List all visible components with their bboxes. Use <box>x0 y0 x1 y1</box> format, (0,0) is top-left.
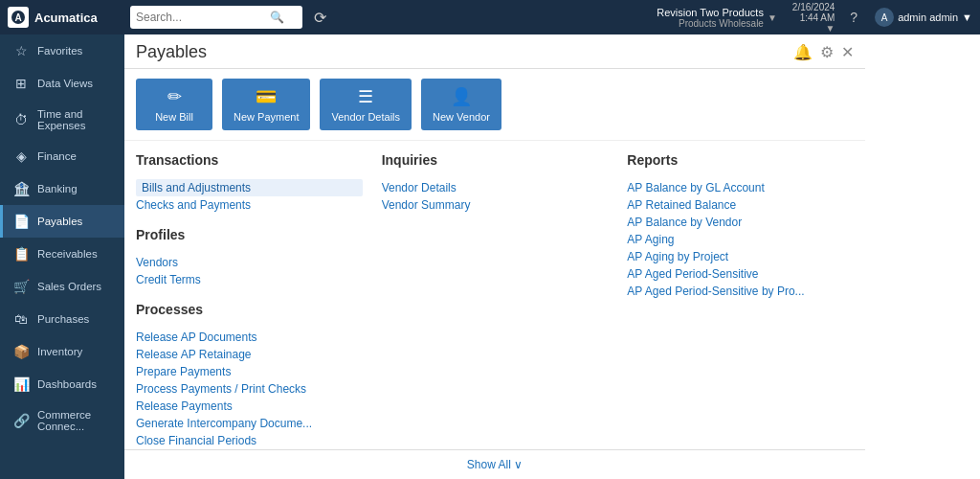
close-icon[interactable]: ✕ <box>841 43 854 61</box>
link-ap-balance-gl[interactable]: AP Balance by GL Account <box>627 179 854 196</box>
processes-section: Processes Release AP Documents Release A… <box>136 302 363 449</box>
topbar: A Acumatica 🔍 ⟳ Revision Two Products Pr… <box>0 0 980 34</box>
admin-area: A admin admin ▼ <box>875 8 972 27</box>
link-ap-aged-sensitive[interactable]: AP Aged Period-Sensitive <box>627 265 854 283</box>
settings-icon[interactable]: ⚙ <box>820 43 834 61</box>
topbar-icons: ? A admin admin ▼ <box>850 8 972 27</box>
sidebar-label-commerce: Commerce Connec... <box>37 409 115 432</box>
link-close-periods[interactable]: Close Financial Periods <box>136 432 363 449</box>
sidebar-item-payables[interactable]: 📄 Payables <box>0 205 124 238</box>
popup-header: Payables 🔔 ⚙ ✕ <box>124 34 865 69</box>
topbar-date: 2/16/2024 1:44 AM ▼ <box>792 2 835 34</box>
sidebar-label-favorites: Favorites <box>37 45 82 57</box>
search-input[interactable] <box>136 11 270 24</box>
topbar-info: Revision Two Products Products Wholesale… <box>657 7 777 29</box>
sidebar-item-purchases[interactable]: 🛍 Purchases <box>0 303 124 335</box>
sidebar-label-receivables: Receivables <box>37 248 98 260</box>
link-credit-terms[interactable]: Credit Terms <box>136 271 363 288</box>
data-views-icon: ⊞ <box>12 76 30 91</box>
sidebar-item-favorites[interactable]: ☆ Favorites <box>0 34 124 67</box>
sidebar-item-sales-orders[interactable]: 🛒 Sales Orders <box>0 270 124 303</box>
link-vendor-summary[interactable]: Vendor Summary <box>382 196 609 214</box>
menu-content: Transactions Bills and Adjustments Check… <box>124 141 865 449</box>
inquiries-title: Inquiries <box>382 152 609 171</box>
processes-title: Processes <box>136 302 363 321</box>
new-payment-button[interactable]: 💳 New Payment <box>222 79 310 130</box>
payables-icon: 📄 <box>12 214 30 229</box>
sidebar-item-inventory[interactable]: 📦 Inventory <box>0 335 124 368</box>
sidebar-item-dashboards[interactable]: 📊 Dashboards <box>0 368 124 400</box>
main-content: Payables 🔔 ⚙ ✕ ✏ New Bill 💳 New <box>124 34 980 479</box>
vendor-details-label: Vendor Details <box>331 111 400 123</box>
sidebar-item-commerce[interactable]: 🔗 Commerce Connec... <box>0 400 124 441</box>
history-button[interactable]: ⟳ <box>310 9 330 27</box>
popup-controls: 🔔 ⚙ ✕ <box>793 43 854 61</box>
search-box[interactable]: 🔍 <box>130 6 302 29</box>
sidebar-item-banking[interactable]: 🏦 Banking <box>0 172 124 205</box>
bell-icon[interactable]: 🔔 <box>793 43 813 61</box>
sidebar-label-payables: Payables <box>37 216 82 227</box>
admin-avatar: A <box>875 8 894 27</box>
admin-label: admin admin <box>898 11 958 23</box>
popup-overlay: Payables 🔔 ⚙ ✕ ✏ New Bill 💳 New <box>124 34 980 479</box>
sidebar-item-time-expenses[interactable]: ⏱ Time and Expenses <box>0 100 124 140</box>
favorites-icon: ☆ <box>12 43 30 58</box>
revision-dropdown[interactable]: ▼ <box>768 12 777 23</box>
link-vendor-details-inq[interactable]: Vendor Details <box>382 179 609 196</box>
link-ap-retained[interactable]: AP Retained Balance <box>627 196 854 214</box>
sidebar-label-time-expenses: Time and Expenses <box>37 108 115 131</box>
link-ap-aging[interactable]: AP Aging <box>627 231 854 248</box>
show-all-bar[interactable]: Show All ∨ <box>124 449 865 479</box>
app-body: ☆ Favorites ⊞ Data Views ⏱ Time and Expe… <box>0 34 980 479</box>
new-payment-label: New Payment <box>234 111 299 123</box>
transactions-title: Transactions <box>136 152 363 171</box>
sidebar-item-data-views[interactable]: ⊞ Data Views <box>0 67 124 100</box>
link-bills-adjustments[interactable]: Bills and Adjustments <box>136 179 363 196</box>
inventory-icon: 📦 <box>12 344 30 359</box>
popup-title: Payables <box>136 42 207 62</box>
link-checks-payments[interactable]: Checks and Payments <box>136 196 363 214</box>
receivables-icon: 📋 <box>12 246 30 262</box>
new-vendor-icon: 👤 <box>451 86 472 107</box>
reports-section: Reports AP Balance by GL Account AP Reta… <box>627 152 854 300</box>
quick-actions: ✏ New Bill 💳 New Payment ☰ Vendor Detail… <box>124 69 865 141</box>
link-release-payments[interactable]: Release Payments <box>136 398 363 415</box>
col-inquiries: Inquiries Vendor Details Vendor Summary <box>382 152 609 438</box>
link-ap-aging-project[interactable]: AP Aging by Project <box>627 248 854 265</box>
time-label: 1:44 AM <box>800 12 835 23</box>
link-ap-balance-vendor[interactable]: AP Balance by Vendor <box>627 214 854 231</box>
date-label: 2/16/2024 <box>792 2 835 12</box>
sidebar-label-inventory: Inventory <box>37 346 82 357</box>
date-dropdown[interactable]: ▼ <box>825 23 835 34</box>
new-vendor-button[interactable]: 👤 New Vendor <box>421 79 501 130</box>
link-process-payments[interactable]: Process Payments / Print Checks <box>136 380 363 398</box>
new-vendor-label: New Vendor <box>433 111 490 123</box>
new-payment-icon: 💳 <box>256 86 277 107</box>
sidebar-label-purchases: Purchases <box>37 313 89 325</box>
purchases-icon: 🛍 <box>12 311 30 327</box>
link-ap-aged-sensitive-pro[interactable]: AP Aged Period-Sensitive by Pro... <box>627 283 854 300</box>
svg-text:A: A <box>14 12 21 23</box>
sidebar: ☆ Favorites ⊞ Data Views ⏱ Time and Expe… <box>0 34 124 479</box>
sales-orders-icon: 🛒 <box>12 279 30 294</box>
product-label: Products Wholesale <box>679 18 764 29</box>
dashboards-icon: 📊 <box>12 376 30 392</box>
time-expenses-icon: ⏱ <box>12 112 30 127</box>
link-intercompany[interactable]: Generate Intercompany Docume... <box>136 415 363 432</box>
sidebar-label-sales-orders: Sales Orders <box>37 281 101 292</box>
new-bill-button[interactable]: ✏ New Bill <box>136 79 212 130</box>
link-vendors[interactable]: Vendors <box>136 254 363 271</box>
search-icon: 🔍 <box>270 11 284 24</box>
link-prepare-payments[interactable]: Prepare Payments <box>136 363 363 380</box>
logo-icon: A <box>8 7 29 28</box>
help-icon[interactable]: ? <box>850 10 858 25</box>
link-release-retainage[interactable]: Release AP Retainage <box>136 346 363 363</box>
sidebar-item-finance[interactable]: ◈ Finance <box>0 140 124 172</box>
reports-title: Reports <box>627 152 854 171</box>
col-reports: Reports AP Balance by GL Account AP Reta… <box>627 152 854 438</box>
link-release-ap-docs[interactable]: Release AP Documents <box>136 329 363 346</box>
logo-text: Acumatica <box>34 11 98 25</box>
vendor-details-button[interactable]: ☰ Vendor Details <box>320 79 412 130</box>
sidebar-item-receivables[interactable]: 📋 Receivables <box>0 238 124 270</box>
admin-dropdown[interactable]: ▼ <box>962 11 972 23</box>
